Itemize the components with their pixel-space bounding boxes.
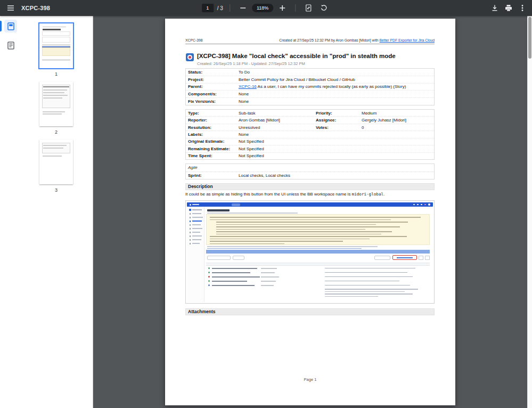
mini-yellow-note xyxy=(206,214,430,245)
subtask-type-icon xyxy=(186,53,194,61)
thumbnail-label: 2 xyxy=(55,129,58,135)
toolbar-divider xyxy=(230,4,230,12)
sidebar-view-strip xyxy=(0,16,20,408)
vertical-scrollbar[interactable] xyxy=(527,16,532,408)
fit-page-icon[interactable] xyxy=(302,2,315,14)
field-row-sprint: Sprint: Local checks, Local checks xyxy=(186,172,434,179)
field-row-resolution-votes: Resolution: Unresolved Votes: 0 xyxy=(186,124,434,131)
thumbnail-wrap-1: 1 xyxy=(39,23,73,77)
field-row-fixversions: Fix Version/s: None xyxy=(186,98,434,105)
field-row-status: Status: To Do xyxy=(186,69,434,76)
mini-search-box xyxy=(207,256,231,260)
header-divider xyxy=(185,44,435,44)
page-footer: Page 1 xyxy=(165,377,455,382)
selected-view-indicator xyxy=(0,21,2,31)
document-title: XCPC-398 xyxy=(21,5,50,11)
field-row-type-priority: Type: Sub-task Priority: Medium xyxy=(186,110,434,117)
field-row-reporter-assignee: Reporter: Aron Gombas [Midori] Assignee:… xyxy=(186,117,434,124)
download-icon[interactable] xyxy=(488,2,501,14)
description-section-header: Description xyxy=(185,183,435,190)
page-1-thumbnail[interactable] xyxy=(39,23,73,68)
thumbnail-wrap-2: 2 xyxy=(39,81,73,135)
description-text: It could be as simple as hiding this but… xyxy=(185,192,435,197)
zoom-in-icon[interactable] xyxy=(276,2,289,14)
attachments-section-header: Attachments xyxy=(185,308,435,315)
parent-issue-link[interactable]: XCPC-16 xyxy=(239,84,257,89)
mini-highlighted-button xyxy=(392,255,417,260)
more-options-icon[interactable] xyxy=(516,2,529,14)
scrollbar-thumb[interactable] xyxy=(528,17,531,59)
pdf-page-1: XCPC-398 Created at 27/Sep/25 12:32 PM b… xyxy=(165,19,455,405)
field-row-project: Project: Better Commit Policy for Jira C… xyxy=(186,76,434,84)
issue-title: [XCPC-398] Make "local check" accessible… xyxy=(197,53,396,59)
page-3-thumbnail[interactable] xyxy=(39,140,73,184)
issue-fields-box: Type: Sub-task Priority: Medium Reporter… xyxy=(185,109,435,160)
print-icon[interactable] xyxy=(502,2,515,14)
mini-blue-band xyxy=(206,250,430,254)
outline-view-icon[interactable] xyxy=(4,39,17,52)
issue-dates: Created: 26/Sep/25 1:18 PM - Updated: 27… xyxy=(197,61,305,66)
pdf-toolbar: XCPC-398 / 3 118% xyxy=(0,0,532,16)
thumbnail-label: 1 xyxy=(55,71,58,77)
thumbnail-wrap-3: 3 xyxy=(39,140,73,193)
mini-sidebar xyxy=(187,207,204,302)
field-row-remaining-estimate: Remaining Estimate: Not Specified xyxy=(186,145,434,152)
field-row-labels: Labels: None xyxy=(186,131,434,138)
issue-info-box: Status: To Do Project: Better Commit Pol… xyxy=(185,68,435,105)
embedded-screenshot xyxy=(185,200,435,304)
mini-navbar xyxy=(187,202,433,207)
thumbnails-view-icon[interactable] xyxy=(4,20,17,32)
agile-section-header: Agile xyxy=(186,164,434,172)
page-count-label: / 3 xyxy=(217,5,223,11)
menu-icon[interactable] xyxy=(4,2,17,14)
page-number-input[interactable] xyxy=(202,4,214,12)
mini-main-content xyxy=(205,207,433,302)
field-row-original-estimate: Original Estimate: Not Specified xyxy=(186,138,434,145)
exporter-link[interactable]: Better PDF Exporter for Jira Cloud xyxy=(380,38,435,42)
page-header-issue-key: XCPC-398 xyxy=(185,38,203,42)
zoom-level: 118% xyxy=(252,4,273,12)
thumbnail-label: 3 xyxy=(55,187,58,193)
rotate-icon[interactable] xyxy=(317,2,330,14)
page-header-created: Created at 27/Sep/25 12:32 PM by Aron Go… xyxy=(279,38,435,42)
thumbnail-list: 1 2 3 xyxy=(20,16,92,408)
field-row-components: Component/s: None xyxy=(186,91,434,98)
agile-box: Agile Sprint: Local checks, Local checks xyxy=(185,164,435,179)
thumbnail-sidebar: 1 2 3 xyxy=(0,16,93,408)
field-row-time-spent: Time Spent: Not Specified xyxy=(186,153,434,159)
workspace-name-code: midori-global xyxy=(352,192,383,197)
toolbar-divider xyxy=(295,4,296,12)
zoom-out-icon[interactable] xyxy=(236,2,249,14)
pdf-viewer-area: XCPC-398 Created at 27/Sep/25 12:32 PM b… xyxy=(94,16,532,408)
page-2-thumbnail[interactable] xyxy=(39,81,73,126)
field-row-parent: Parent: XCPC-16 As a user, I can have my… xyxy=(186,84,434,91)
